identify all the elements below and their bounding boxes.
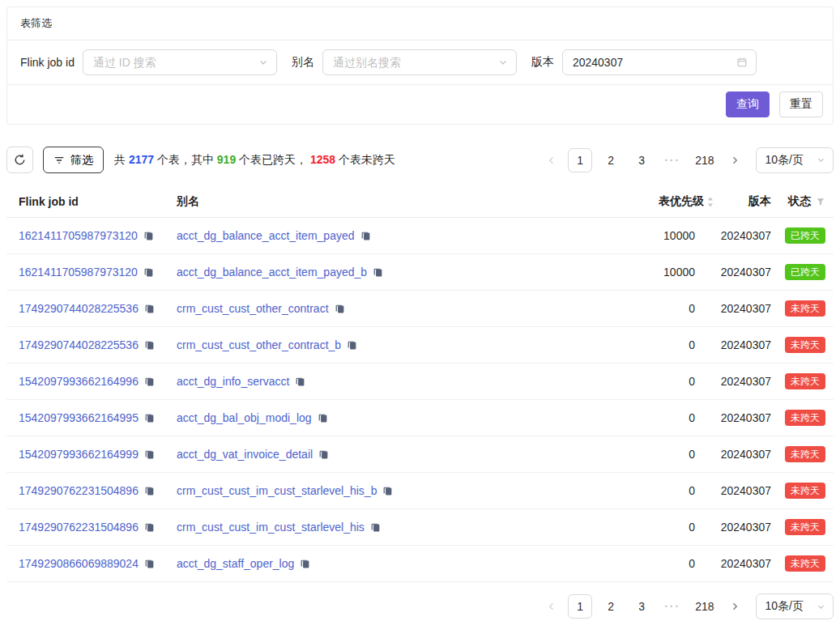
page-size-select[interactable]: 10条/页 <box>756 593 834 619</box>
pagination-page-3[interactable]: 3 <box>629 594 654 619</box>
flink-job-id-select[interactable] <box>83 49 277 75</box>
copy-icon[interactable] <box>144 340 155 351</box>
version-value: 20240307 <box>714 484 771 497</box>
total-count: 2177 <box>129 153 154 166</box>
version-value: 20240307 <box>714 229 771 242</box>
pagination-ellipsis[interactable]: ··· <box>660 148 684 172</box>
status-badge: 未跨天 <box>785 483 825 499</box>
sort-icon[interactable] <box>706 196 714 208</box>
alias-link[interactable]: acct_dg_info_servacct <box>177 375 289 388</box>
alias-link[interactable]: acct_dg_staff_oper_log <box>177 557 294 570</box>
alias-link[interactable]: crm_cust_cust_im_cust_starlevel_his_b <box>177 484 377 497</box>
pagination-page-1[interactable]: 1 <box>568 148 592 172</box>
pagination-prev-button[interactable] <box>542 148 561 172</box>
copy-icon[interactable] <box>373 267 383 278</box>
copy-icon[interactable] <box>360 231 371 241</box>
alias-input[interactable] <box>331 55 493 70</box>
table-row: 1621411705987973120 acct_dg_balance_acct… <box>6 218 834 254</box>
copy-icon[interactable] <box>144 304 155 314</box>
copy-icon[interactable] <box>143 231 154 241</box>
copy-icon[interactable] <box>144 449 155 460</box>
page: 表筛选 Flink job id 别名 版本 <box>0 0 840 619</box>
alias-link[interactable]: acct_dg_vat_invoice_detail <box>177 448 313 461</box>
toolbar: 筛选 共 2177 个表，其中 919 个表已跨天， 1258 个表未跨天 12… <box>6 147 834 173</box>
copy-icon[interactable] <box>318 449 329 460</box>
job-id-link[interactable]: 1749290762231504896 <box>19 484 139 497</box>
version-date-picker[interactable] <box>562 49 757 75</box>
job-id-link[interactable]: 1749290866069889024 <box>19 557 139 570</box>
job-id-link[interactable]: 1542097993662164999 <box>19 448 139 461</box>
pagination-page-218[interactable]: 218 <box>691 148 718 172</box>
job-id-link[interactable]: 1621411705987973120 <box>19 266 138 279</box>
copy-icon[interactable] <box>382 486 393 496</box>
alias-select[interactable] <box>322 49 517 75</box>
job-id-link[interactable]: 1542097993662164996 <box>19 375 139 388</box>
refresh-button[interactable] <box>6 147 33 173</box>
alias-link[interactable]: acct_dg_balance_acct_item_payed_b <box>177 266 367 279</box>
pagination-ellipsis[interactable]: ··· <box>660 594 684 619</box>
job-id-link[interactable]: 1749290744028225536 <box>19 302 139 315</box>
priority-value: 0 <box>593 411 714 424</box>
column-header-job-id: Flink job id <box>6 195 164 208</box>
alias-link[interactable]: acct_dg_balance_acct_item_payed <box>177 229 355 242</box>
column-header-priority[interactable]: 表优先级 <box>593 194 714 209</box>
status-badge: 未跨天 <box>785 337 825 353</box>
copy-icon[interactable] <box>144 486 155 496</box>
priority-value: 10000 <box>593 266 714 279</box>
copy-icon[interactable] <box>144 522 155 533</box>
copy-icon[interactable] <box>300 559 310 569</box>
copy-icon[interactable] <box>335 304 345 314</box>
priority-value: 10000 <box>593 229 714 242</box>
copy-icon[interactable] <box>347 340 357 351</box>
version-value: 20240307 <box>714 338 771 351</box>
priority-value: 0 <box>593 557 714 570</box>
filter-funnel-icon[interactable] <box>816 197 825 206</box>
copy-icon[interactable] <box>318 413 328 423</box>
filter-lines-icon <box>53 155 65 166</box>
job-id-link[interactable]: 1621411705987973120 <box>19 229 138 242</box>
page-size-select[interactable]: 10条/页 <box>756 147 834 173</box>
table-row: 1749290762231504896 crm_cust_cust_im_cus… <box>6 473 834 509</box>
pagination-bottom: 123···218 10条/页 <box>6 593 834 619</box>
pagination-page-1[interactable]: 1 <box>568 594 592 619</box>
copy-icon[interactable] <box>143 267 154 278</box>
filter-toggle-label: 筛选 <box>70 153 93 168</box>
filter-toggle-button[interactable]: 筛选 <box>43 147 104 173</box>
pagination-page-2[interactable]: 2 <box>599 148 623 172</box>
copy-icon[interactable] <box>144 413 155 423</box>
pagination-next-button[interactable] <box>725 594 744 619</box>
pagination-page-2[interactable]: 2 <box>599 594 623 619</box>
chevron-down-icon <box>817 155 825 164</box>
pagination-prev-button[interactable] <box>542 594 561 619</box>
pagination-next-button[interactable] <box>725 148 744 172</box>
pagination-page-218[interactable]: 218 <box>691 594 718 619</box>
chevron-down-icon <box>817 602 825 611</box>
pagination-page-3[interactable]: 3 <box>629 148 654 172</box>
pagination-top: 123···218 10条/页 <box>542 147 834 173</box>
copy-icon[interactable] <box>144 559 155 569</box>
priority-value: 0 <box>593 521 714 534</box>
alias-link[interactable]: acct_dg_bal_obj_modi_log <box>177 411 312 424</box>
chevron-down-icon <box>498 57 508 67</box>
filter-card: 表筛选 Flink job id 别名 版本 <box>6 6 834 125</box>
copy-icon[interactable] <box>295 376 305 387</box>
table-body: 1621411705987973120 acct_dg_balance_acct… <box>6 218 834 582</box>
filter-row: Flink job id 别名 版本 <box>7 40 833 85</box>
job-id-link[interactable]: 1542097993662164995 <box>19 411 139 424</box>
alias-link[interactable]: crm_cust_cust_other_contract <box>177 302 329 315</box>
crossed-count: 919 <box>217 153 236 166</box>
copy-icon[interactable] <box>370 522 381 533</box>
reset-button[interactable]: 重置 <box>779 91 823 117</box>
query-button[interactable]: 查询 <box>726 91 770 117</box>
version-value: 20240307 <box>714 448 771 461</box>
status-badge: 未跨天 <box>785 555 825 572</box>
status-badge: 未跨天 <box>785 373 825 389</box>
version-input[interactable] <box>571 55 731 70</box>
table-row: 1542097993662164999 acct_dg_vat_invoice_… <box>6 436 834 473</box>
flink-job-id-input[interactable] <box>92 55 254 70</box>
job-id-link[interactable]: 1749290744028225536 <box>19 338 139 351</box>
job-id-link[interactable]: 1749290762231504896 <box>19 521 139 534</box>
alias-link[interactable]: crm_cust_cust_im_cust_starlevel_his <box>177 521 365 534</box>
copy-icon[interactable] <box>144 376 155 387</box>
alias-link[interactable]: crm_cust_cust_other_contract_b <box>177 338 341 351</box>
